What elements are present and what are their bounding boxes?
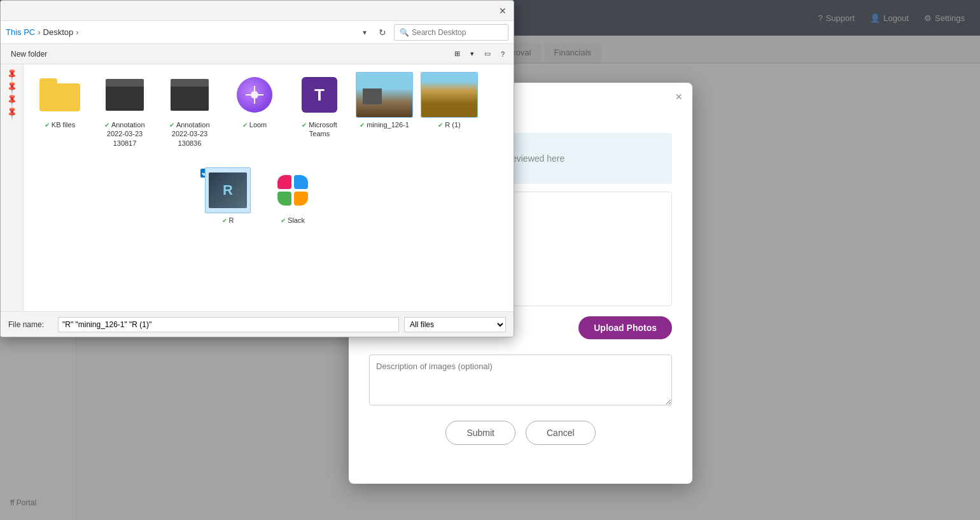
submit-button[interactable]: Submit	[445, 421, 515, 445]
upload-photos-button[interactable]: Upload Photos	[578, 316, 672, 339]
modal-actions: Submit Cancel	[369, 421, 672, 445]
dialog-close-button[interactable]: ✕	[497, 5, 508, 17]
view-toggle-button[interactable]: ▾	[466, 46, 478, 62]
search-input[interactable]	[412, 28, 503, 37]
new-folder-button[interactable]: New folder	[6, 46, 52, 62]
address-path: This PC › Desktop ›	[6, 27, 354, 37]
check-icon: ✔	[45, 122, 50, 129]
search-icon: 🔍	[400, 28, 409, 37]
refresh-button[interactable]: ↻	[375, 25, 390, 40]
quick-access-panel: 📌 📌 📌 📌	[1, 64, 24, 311]
modal-close-button[interactable]: ×	[675, 90, 682, 104]
address-dropdown-button[interactable]: ▾	[358, 25, 371, 40]
list-item[interactable]: ✔ mining_126-1	[356, 72, 413, 225]
desktop-label: Desktop	[43, 27, 74, 37]
list-item[interactable]: R ✔ R	[199, 167, 256, 225]
search-box[interactable]: 🔍	[394, 24, 508, 41]
description-textarea[interactable]	[369, 355, 672, 405]
help-button[interactable]: ?	[497, 46, 508, 62]
pin-icon-4: 📌	[4, 105, 19, 120]
dialog-bottom-bar: File name: All files Open Cancel	[1, 311, 514, 337]
file-grid: ✔ KB files ✔ Annotation2022-03-23130817	[24, 64, 514, 311]
address-bar: This PC › Desktop › ▾ ↻ 🔍	[1, 21, 514, 44]
list-item[interactable]: ✔ Annotation2022-03-23130817	[96, 72, 153, 225]
dialog-toolbar: New folder ⊞ ▾ ▭ ?	[1, 44, 514, 64]
filename-input[interactable]	[58, 317, 399, 332]
cancel-modal-button[interactable]: Cancel	[526, 421, 596, 445]
view-panel-button[interactable]: ▭	[480, 46, 494, 62]
filetype-select[interactable]: All files	[404, 317, 506, 332]
dialog-titlebar: ✕	[1, 1, 514, 21]
dialog-body: 📌 📌 📌 📌 ✔ KB files	[1, 64, 514, 311]
filename-row: File name: All files	[8, 317, 506, 332]
view-icons-button[interactable]: ⊞	[451, 46, 464, 62]
this-pc-label: This PC	[6, 27, 35, 37]
list-item[interactable]: ✔ Slack	[264, 167, 321, 225]
svg-point-0	[251, 91, 258, 99]
filename-label: File name:	[8, 320, 53, 329]
list-item[interactable]: ✔ R (1)	[421, 72, 478, 225]
file-picker-dialog: ✕ This PC › Desktop › ▾ ↻ 🔍 New folder ⊞…	[0, 0, 514, 337]
list-item[interactable]: ✔ KB files	[31, 72, 88, 225]
